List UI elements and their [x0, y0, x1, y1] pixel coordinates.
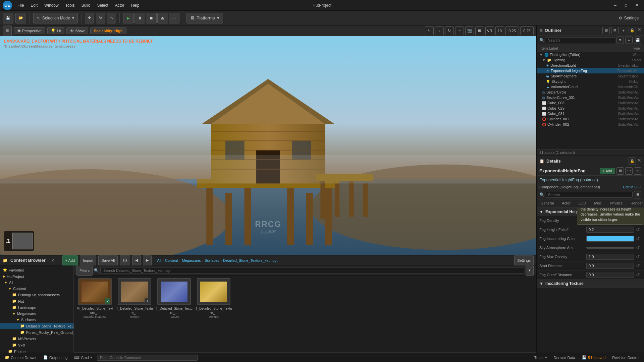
fog-falloff-reset[interactable]: ↺	[635, 226, 641, 233]
tree-hut-project[interactable]: ▶ HutProject	[0, 273, 73, 280]
outliner-item-cyl001[interactable]: ⭕ Cylinder_001 StaticMeshAc...	[537, 116, 644, 122]
toolbar-save[interactable]: 💾	[3, 13, 13, 23]
vp-tool-vr[interactable]: VR	[485, 26, 494, 35]
content-add-btn[interactable]: + Add	[62, 255, 78, 266]
content-save-all-btn[interactable]: Save All	[98, 255, 118, 266]
viewport-canvas[interactable]: LANDSCAPE: 1 ACTOR WITH PHYSICAL MATERIA…	[0, 36, 536, 255]
menu-help[interactable]: Help	[128, 2, 142, 9]
show-btn[interactable]: 👁 Show	[66, 27, 88, 34]
outliner-search-settings[interactable]: ▾	[616, 37, 624, 44]
snap-size1[interactable]: 0.25	[505, 26, 519, 35]
path-surfaces[interactable]: Surfaces	[205, 258, 219, 262]
maximize-button[interactable]: □	[621, 2, 631, 9]
outliner-filter-btn[interactable]: ⊟	[602, 27, 610, 34]
eject-button[interactable]: ⏏	[157, 13, 168, 23]
content-settings-btn[interactable]: Settings	[514, 255, 534, 266]
tab-general[interactable]: General	[537, 199, 558, 207]
revision-btn[interactable]: Revision Control	[610, 355, 641, 360]
sky-atm-reset[interactable]: ↺	[635, 244, 641, 251]
outliner-search-input[interactable]	[546, 37, 615, 43]
snap-size2[interactable]: 0.25	[520, 26, 534, 35]
tree-landscape[interactable]: 📁 Landscape	[0, 304, 73, 311]
fog-opacity-reset[interactable]: ↺	[635, 253, 641, 260]
vp-tool-select[interactable]: ↖	[425, 26, 434, 35]
derived-data-btn[interactable]: Derived Data	[552, 355, 577, 360]
transform-btn[interactable]: ✥	[85, 13, 94, 23]
tree-fishinghut-sharedassets[interactable]: 📁 FishingHut_sharedassets	[0, 292, 73, 298]
outliner-save-btn[interactable]: 💾	[634, 37, 641, 44]
asset-t-detailed-2[interactable]: T_Detailed_Stone_Texture_... Texture	[156, 278, 193, 318]
vp-tool-add[interactable]: +	[435, 26, 444, 35]
minimize-button[interactable]: ─	[610, 2, 620, 9]
vp-tool-grid[interactable]: ⊞	[475, 26, 484, 35]
more-play-options[interactable]: ⋯	[169, 13, 179, 23]
lit-btn[interactable]: 💡 Lit	[47, 27, 65, 34]
menu-build[interactable]: Build	[79, 2, 93, 9]
outliner-item-skylight[interactable]: 💡 SkyLight SkyLight	[537, 79, 644, 84]
pause-button[interactable]: ⏸	[135, 13, 145, 23]
settings-button[interactable]: ⚙ Settings	[616, 14, 641, 22]
outliner-add-btn[interactable]: +	[625, 37, 633, 44]
outliner-item-beziercurve[interactable]: ◎ BezierCurve_001 StaticMeshAc...	[537, 95, 644, 100]
fog-opacity-value[interactable]: 1.0	[586, 254, 634, 260]
outliner-item-beziercircle[interactable]: ◎ BezierCircle StaticMeshAc...	[537, 89, 644, 95]
cutoff-dist-reset[interactable]: ↺	[635, 272, 641, 278]
content-drawer-btn[interactable]: 📁 Content Drawer	[3, 355, 39, 360]
scalability-btn[interactable]: Scalability: High	[90, 27, 126, 34]
tree-forest-rocky[interactable]: 📁 Forest_Rocky_Pine_Ground_...	[0, 329, 73, 336]
outliner-item-cube029[interactable]: ⬜ Cube_029 StaticMeshAc...	[537, 106, 644, 111]
cmd-btn[interactable]: ⌨ Cmd ▾	[72, 355, 94, 360]
outliner-item-cube008[interactable]: ⬜ Cube_008 StaticMeshAc...	[537, 100, 644, 106]
path-detailed[interactable]: Detailed_Stone_Texture_xeuncgt	[223, 258, 277, 262]
start-dist-value[interactable]: 0.0	[586, 263, 634, 269]
platforms-button[interactable]: 🖥 Platforms ▾	[186, 13, 223, 23]
unsaved-btn[interactable]: 💾 5 Unsaved	[580, 355, 608, 360]
trace-btn[interactable]: Trace ▾	[532, 355, 549, 360]
inscattering-section-header[interactable]: ▼ Inscattering Texture	[537, 280, 644, 288]
outliner-item-expfog[interactable]: 🌫 ExponentialHeightFog ExponentialHe...	[537, 68, 644, 73]
outliner-settings-btn[interactable]: ⚙	[611, 27, 619, 34]
asset-t-detailed-1[interactable]: ★ T_Detailed_Stone_Texture_... Texture	[116, 278, 153, 318]
content-back-btn[interactable]: ◀	[132, 255, 141, 266]
path-all[interactable]: All	[157, 258, 161, 262]
outliner-item-skyatm[interactable]: 🌥 SkyAtmosphere SkyAtmosphe...	[537, 73, 644, 79]
asset-search-input[interactable]	[100, 267, 524, 274]
vp-tool-rotate[interactable]: ↻	[445, 26, 454, 35]
tab-actor[interactable]: Actor	[558, 199, 575, 207]
asset-t-detailed-3[interactable]: T_Detailed_Stone_Texture_... Texture	[195, 278, 232, 318]
fog-color-value[interactable]	[586, 236, 634, 242]
tab-lod[interactable]: LOD	[575, 199, 590, 207]
content-browse-btn[interactable]: ⊙	[120, 255, 130, 266]
selection-mode-button[interactable]: ↖ Selection Mode ▾	[33, 13, 78, 23]
tab-rendering[interactable]: Rendering	[627, 199, 644, 207]
fog-color-reset[interactable]: ↺	[635, 235, 641, 242]
tab-misc[interactable]: Misc	[590, 199, 606, 207]
outliner-more-btn[interactable]: +	[620, 27, 627, 34]
rotate-btn[interactable]: ↻	[96, 13, 105, 23]
tree-surfaces[interactable]: ▼ Surfaces	[0, 317, 73, 323]
outliner-item-cube031[interactable]: ⬜ Cube_031 StaticMeshAc...	[537, 111, 644, 116]
tree-favorites[interactable]: ⭐ Favorites	[0, 267, 73, 273]
tree-hut[interactable]: 📁 Hut	[0, 298, 73, 304]
details-search-input[interactable]	[546, 192, 633, 198]
details-close[interactable]: ✕	[637, 158, 641, 165]
path-megascans[interactable]: Megascans	[182, 258, 201, 262]
content-import-btn[interactable]: Import	[80, 255, 96, 266]
tree-megascans[interactable]: ▼ Megascans	[0, 311, 73, 317]
content-forward-btn[interactable]: ▶	[143, 255, 152, 266]
content-browser-close[interactable]: ✕	[51, 258, 54, 263]
tree-all[interactable]: ▼ All	[0, 280, 73, 286]
perspective-btn[interactable]: ◉ Perspective	[14, 27, 45, 34]
path-content[interactable]: Content	[165, 258, 178, 262]
tree-detailed-stone[interactable]: 📁 Detailed_Stone_Texture_xeu...	[0, 323, 73, 329]
menu-actor[interactable]: Actor	[112, 2, 127, 9]
details-view-btn[interactable]: ⊞	[634, 191, 641, 198]
details-add-btn[interactable]: + Add	[600, 168, 615, 174]
menu-edit[interactable]: Edit	[28, 2, 40, 9]
tab-physics[interactable]: Physics	[606, 199, 627, 207]
outliner-item-volcloud[interactable]: ☁ VolumetricCloud VolumetricClo...	[537, 84, 644, 89]
tree-content[interactable]: ▼ Content	[0, 286, 73, 292]
scale-btn[interactable]: ⤡	[107, 13, 116, 23]
close-button[interactable]: ✕	[632, 2, 641, 9]
outliner-lock-btn[interactable]: 🔒	[629, 27, 636, 34]
